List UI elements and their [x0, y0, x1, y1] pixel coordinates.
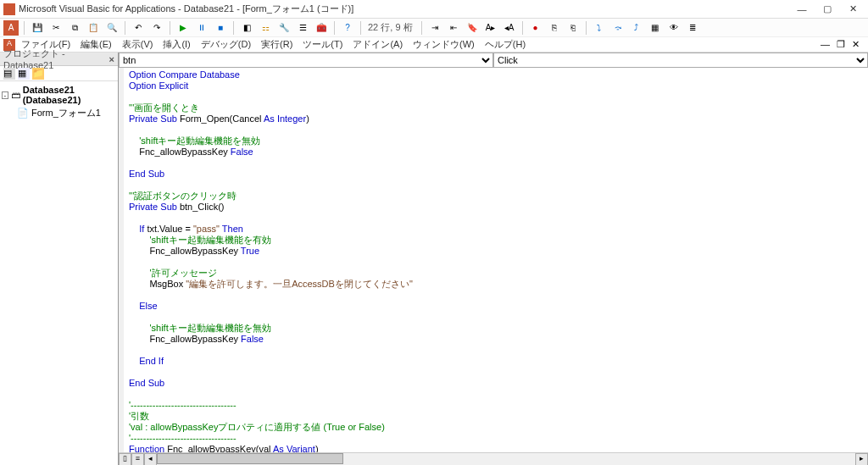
- mdi-minimize-button[interactable]: —: [821, 39, 830, 50]
- next-bookmark-icon[interactable]: A▸: [483, 20, 498, 36]
- design-icon[interactable]: ◧: [239, 20, 254, 36]
- project-toolbar: ▤ ▦ 📁: [0, 66, 118, 81]
- undo-icon[interactable]: ↶: [131, 20, 146, 36]
- window-buttons: — ▢ ✕: [797, 4, 865, 14]
- access-icon[interactable]: A: [3, 20, 19, 36]
- procedure-view-icon[interactable]: ≡: [131, 453, 144, 465]
- stepover-icon[interactable]: ⤼: [610, 20, 626, 36]
- cut-icon[interactable]: ✂: [48, 20, 64, 36]
- watch-icon[interactable]: 👁: [666, 20, 682, 36]
- line-column-indicator: 22 行, 9 桁: [368, 21, 413, 34]
- run-icon[interactable]: ▶: [175, 20, 191, 36]
- horizontal-scrollbar[interactable]: ▯ ≡ ◂ ▸: [119, 452, 868, 465]
- menu-view[interactable]: 表示(V): [118, 37, 158, 52]
- titlebar: Microsoft Visual Basic for Applications …: [0, 0, 868, 19]
- menu-tools[interactable]: ツール(T): [298, 37, 347, 52]
- scrollbar-thumb[interactable]: [157, 453, 343, 464]
- project-icon[interactable]: ⚏: [258, 20, 273, 36]
- tree-item-form[interactable]: 📄 Form_フォーム1: [2, 106, 116, 120]
- project-header: プロジェクト - Database21 ×: [0, 53, 118, 66]
- save-icon[interactable]: 💾: [30, 20, 45, 36]
- prev-bookmark-icon[interactable]: ◂A: [502, 20, 517, 36]
- close-button[interactable]: ✕: [848, 4, 858, 14]
- minimize-button[interactable]: —: [797, 4, 807, 14]
- indent-icon[interactable]: ⇥: [427, 20, 442, 36]
- window-title: Microsoft Visual Basic for Applications …: [19, 3, 797, 15]
- find-icon[interactable]: 🔍: [104, 20, 120, 36]
- project-icon: 🗃: [11, 90, 20, 100]
- copy-icon[interactable]: ⧉: [67, 20, 82, 36]
- tree-root-label: Database21 (Database21): [23, 85, 116, 105]
- stepinto-icon[interactable]: ⤵: [592, 20, 607, 36]
- main-area: プロジェクト - Database21 × ▤ ▦ 📁 - 🗃 Database…: [0, 53, 868, 465]
- mdi-close-button[interactable]: ✕: [852, 39, 860, 50]
- project-tree[interactable]: - 🗃 Database21 (Database21) 📄 Form_フォーム1: [0, 81, 118, 465]
- browser-icon[interactable]: ☰: [295, 20, 310, 36]
- help-icon[interactable]: ?: [340, 20, 355, 36]
- project-explorer: プロジェクト - Database21 × ▤ ▦ 📁 - 🗃 Database…: [0, 53, 119, 465]
- standard-toolbar: A 💾 ✂ ⧉ 📋 🔍 ↶ ↷ ▶ ⏸ ■ ◧ ⚏ 🔧 ☰ 🧰 ? 22 行, …: [0, 19, 868, 37]
- tree-item-label: Form_フォーム1: [31, 107, 101, 119]
- menu-addins[interactable]: アドイン(A): [348, 37, 407, 52]
- code-pane: btn Click Option Compare Database Option…: [119, 53, 868, 465]
- maximize-button[interactable]: ▢: [822, 4, 832, 14]
- scrollbar-track[interactable]: [157, 453, 855, 465]
- paste-icon[interactable]: 📋: [86, 20, 101, 36]
- outdent-icon[interactable]: ⇤: [446, 20, 461, 36]
- properties-icon[interactable]: 🔧: [276, 20, 292, 36]
- scroll-left-icon[interactable]: ◂: [144, 453, 157, 465]
- menu-bar: A ファイル(F) 編集(E) 表示(V) 挿入(I) デバッグ(D) 実行(R…: [0, 37, 868, 53]
- reset-icon[interactable]: ■: [213, 20, 228, 36]
- object-combo[interactable]: btn: [119, 53, 493, 68]
- mdi-buttons: — ❐ ✕: [821, 39, 865, 50]
- mdi-restore-button[interactable]: ❐: [837, 39, 845, 50]
- stepout-icon[interactable]: ⤴: [629, 20, 644, 36]
- fullmodule-view-icon[interactable]: ▯: [119, 453, 131, 465]
- locals-icon[interactable]: ▦: [648, 20, 663, 36]
- menu-help[interactable]: ヘルプ(H): [481, 37, 530, 52]
- bookmark-icon[interactable]: 🔖: [465, 20, 480, 36]
- break-icon[interactable]: ⏸: [194, 20, 209, 36]
- menu-debug[interactable]: デバッグ(D): [197, 37, 255, 52]
- code-combos: btn Click: [119, 53, 868, 68]
- menu-window[interactable]: ウィンドウ(W): [409, 37, 479, 52]
- procedure-combo[interactable]: Click: [493, 53, 868, 68]
- redo-icon[interactable]: ↷: [149, 20, 164, 36]
- menu-run[interactable]: 実行(R): [257, 37, 297, 52]
- folder-toggle-icon[interactable]: 📁: [32, 68, 44, 80]
- code-editor[interactable]: Option Compare Database Option Explicit …: [119, 68, 868, 452]
- breakpoint-icon[interactable]: ●: [528, 20, 543, 36]
- app-icon: [3, 3, 15, 15]
- form-icon: 📄: [17, 108, 29, 119]
- tree-toggle-icon[interactable]: -: [2, 91, 8, 99]
- menu-insert[interactable]: 挿入(I): [159, 37, 194, 52]
- project-close-button[interactable]: ×: [109, 54, 114, 64]
- tree-root[interactable]: - 🗃 Database21 (Database21): [2, 84, 116, 106]
- callstack-icon[interactable]: ≣: [685, 20, 700, 36]
- toolbox-icon[interactable]: 🧰: [314, 20, 329, 36]
- scroll-right-icon[interactable]: ▸: [855, 453, 868, 465]
- uncomment-icon[interactable]: ⎗: [565, 20, 581, 36]
- comment-icon[interactable]: ⎘: [547, 20, 562, 36]
- view-code-icon[interactable]: ▤: [3, 68, 15, 80]
- view-object-icon[interactable]: ▦: [18, 68, 30, 80]
